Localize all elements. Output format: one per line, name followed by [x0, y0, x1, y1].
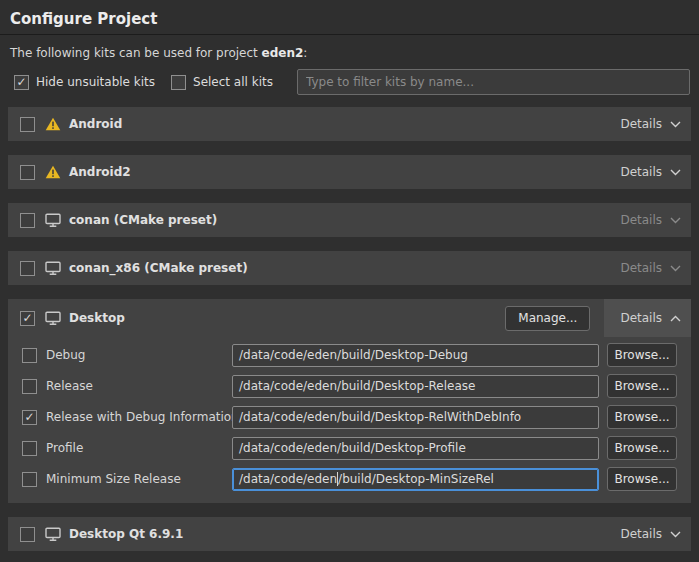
kit-list: Android Details Android2 Details — [8, 107, 691, 551]
kit-name: Android2 — [69, 165, 131, 179]
kit-header[interactable]: Android Details — [8, 107, 691, 141]
browse-button[interactable]: Browse... — [607, 467, 677, 491]
kit-header[interactable]: conan (CMake preset) Details — [8, 203, 691, 237]
details-label: Details — [620, 165, 662, 179]
config-label: Release with Debug Information — [46, 410, 232, 424]
kit-row-conan-x86: conan_x86 (CMake preset) Details — [8, 251, 691, 285]
config-row-minsizerel: Minimum Size Release /data/code/eden/bui… — [22, 467, 677, 491]
warning-icon — [45, 117, 61, 131]
build-path-value: /data/code/eden/build/Desktop-Profile — [239, 441, 466, 455]
select-all-kits-option[interactable]: Select all kits — [171, 75, 273, 90]
kit-row-android2: Android2 Details — [8, 155, 691, 189]
build-path-value: /data/code/eden/build/Desktop-Release — [239, 379, 475, 393]
browse-button[interactable]: Browse... — [607, 405, 677, 429]
config-label: Release — [46, 379, 232, 393]
chevron-up-icon — [670, 315, 681, 322]
hide-unsuitable-kits-option[interactable]: Hide unsuitable kits — [14, 75, 155, 90]
details-button[interactable]: Details — [620, 527, 681, 541]
build-path-input-focused[interactable]: /data/code/eden/build/Desktop-MinSizeRel — [232, 468, 599, 491]
select-all-label: Select all kits — [193, 75, 273, 89]
intro-suffix: : — [303, 46, 307, 60]
config-label: Debug — [46, 348, 232, 362]
config-checkbox[interactable] — [22, 379, 37, 394]
configure-project-page: Configure Project The following kits can… — [0, 0, 699, 562]
config-checkbox[interactable] — [22, 472, 37, 487]
config-row-release: Release /data/code/eden/build/Desktop-Re… — [22, 374, 677, 398]
intro-text: The following kits can be used for proje… — [10, 46, 689, 60]
details-button[interactable]: Details — [620, 213, 681, 227]
details-label: Details — [620, 261, 662, 275]
kit-row-desktop-qt: Desktop Qt 6.9.1 Details — [8, 517, 691, 551]
kit-header[interactable]: Desktop Manage... Details — [8, 299, 691, 337]
kit-checkbox[interactable] — [20, 213, 35, 228]
chevron-down-icon — [670, 169, 681, 176]
build-path-value: /data/code/eden/build/Desktop-Debug — [239, 348, 468, 362]
build-path-value: /build/Desktop-MinSizeRel — [338, 472, 494, 486]
details-label: Details — [620, 213, 662, 227]
config-row-profile: Profile /data/code/eden/build/Desktop-Pr… — [22, 436, 677, 460]
details-button[interactable]: Details — [620, 261, 681, 275]
kit-filter-toolbar: Hide unsuitable kits Select all kits — [0, 69, 699, 95]
select-all-checkbox[interactable] — [171, 75, 186, 90]
project-name: eden2 — [262, 46, 304, 60]
browse-button[interactable]: Browse... — [607, 343, 677, 367]
chevron-down-icon — [670, 265, 681, 272]
chevron-down-icon — [670, 121, 681, 128]
build-config-list: Debug /data/code/eden/build/Desktop-Debu… — [8, 337, 691, 503]
warning-icon — [45, 165, 61, 179]
page-title: Configure Project — [10, 11, 689, 28]
kit-row-android: Android Details — [8, 107, 691, 141]
kit-header[interactable]: Desktop Qt 6.9.1 Details — [8, 517, 691, 551]
browse-button[interactable]: Browse... — [607, 436, 677, 460]
kit-checkbox[interactable] — [20, 165, 35, 180]
config-checkbox[interactable] — [22, 441, 37, 456]
browse-button[interactable]: Browse... — [607, 374, 677, 398]
chevron-down-icon — [670, 531, 681, 538]
details-label: Details — [620, 311, 662, 325]
details-button[interactable]: Details — [620, 117, 681, 131]
kit-name: Android — [69, 117, 122, 131]
manage-button[interactable]: Manage... — [505, 306, 590, 331]
build-path-value: /data/code/eden/build/Desktop-RelWithDeb… — [239, 410, 521, 424]
config-row-relwithdebinfo: Release with Debug Information /data/cod… — [22, 405, 677, 429]
config-label: Minimum Size Release — [46, 472, 232, 486]
desktop-icon — [45, 213, 61, 227]
build-path-input[interactable]: /data/code/eden/build/Desktop-Debug — [232, 344, 599, 367]
kit-filter-input[interactable] — [297, 69, 690, 95]
kit-checkbox[interactable] — [20, 117, 35, 132]
details-label: Details — [620, 527, 662, 541]
kit-name: conan_x86 (CMake preset) — [69, 261, 248, 275]
config-row-debug: Debug /data/code/eden/build/Desktop-Debu… — [22, 343, 677, 367]
build-path-input[interactable]: /data/code/eden/build/Desktop-RelWithDeb… — [232, 406, 599, 429]
kit-name: Desktop Qt 6.9.1 — [69, 527, 183, 541]
config-label: Profile — [46, 441, 232, 455]
kit-row-desktop: Desktop Manage... Details Debug /data/co… — [8, 299, 691, 503]
build-path-input[interactable]: /data/code/eden/build/Desktop-Release — [232, 375, 599, 398]
config-checkbox[interactable] — [22, 348, 37, 363]
build-path-value: /data/code/eden — [239, 472, 337, 486]
details-button[interactable]: Details — [620, 311, 681, 325]
desktop-icon — [45, 261, 61, 275]
kit-header[interactable]: conan_x86 (CMake preset) Details — [8, 251, 691, 285]
desktop-icon — [45, 311, 61, 325]
kit-row-conan: conan (CMake preset) Details — [8, 203, 691, 237]
intro-prefix: The following kits can be used for proje… — [10, 46, 262, 60]
config-checkbox[interactable] — [22, 410, 37, 425]
hide-unsuitable-label: Hide unsuitable kits — [36, 75, 155, 89]
hide-unsuitable-checkbox[interactable] — [14, 75, 29, 90]
build-path-input[interactable]: /data/code/eden/build/Desktop-Profile — [232, 437, 599, 460]
desktop-icon — [45, 527, 61, 541]
kit-checkbox[interactable] — [20, 311, 35, 326]
page-header: Configure Project — [0, 0, 699, 35]
kit-checkbox[interactable] — [20, 527, 35, 542]
chevron-down-icon — [670, 217, 681, 224]
details-button[interactable]: Details — [620, 165, 681, 179]
details-expanded-area: Details — [604, 299, 691, 337]
kit-name: Desktop — [69, 311, 125, 325]
kit-name: conan (CMake preset) — [69, 213, 217, 227]
kit-header[interactable]: Android2 Details — [8, 155, 691, 189]
kit-checkbox[interactable] — [20, 261, 35, 276]
details-label: Details — [620, 117, 662, 131]
